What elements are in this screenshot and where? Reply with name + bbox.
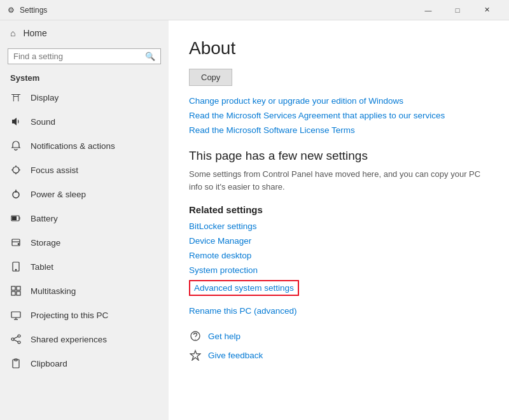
svg-point-19 [18,335,20,337]
svg-point-0 [13,167,19,173]
svg-rect-12 [11,286,15,290]
svg-rect-16 [11,312,20,318]
microsoft-services-link[interactable]: Read the Microsoft Services Agreement th… [189,111,489,120]
sidebar-item-label: Multitasking [31,286,76,296]
svg-marker-28 [190,351,200,360]
sidebar-item-tablet[interactable]: Tablet [0,255,169,279]
sidebar-item-label: Shared experiences [31,335,107,344]
focus-icon [10,164,22,176]
search-input[interactable] [13,52,141,61]
main-layout: ⌂ Home 🔍 System ⛩ Display Sound [0,20,509,420]
content-area: About Copy Change product key or upgrade… [169,20,509,420]
remote-desktop-link[interactable]: Remote desktop [189,251,489,260]
svg-point-20 [11,338,14,340]
device-manager-link[interactable]: Device Manager [189,236,489,246]
sidebar-item-shared[interactable]: Shared experiences [0,327,169,351]
sidebar-item-label: Notifications & actions [31,141,115,151]
system-protection-link[interactable]: System protection [189,265,489,275]
svg-point-27 [195,339,195,339]
sidebar-item-home[interactable]: ⌂ Home [0,20,169,46]
battery-icon [10,213,22,224]
svg-line-22 [14,337,18,339]
svg-rect-15 [17,291,20,295]
settings-icon: ⚙ [8,6,15,15]
storage-icon [10,237,22,248]
software-license-link[interactable]: Read the Microsoft Software License Term… [189,125,489,135]
search-icon: 🔍 [145,52,155,61]
svg-rect-14 [11,291,15,295]
related-settings-heading: Related settings [189,204,489,215]
copy-button[interactable]: Copy [189,69,232,86]
notifications-icon [10,140,22,151]
title-bar-left: ⚙ Settings [8,6,47,15]
minimize-button[interactable]: — [414,0,443,20]
svg-rect-6 [12,216,17,220]
sidebar-item-storage[interactable]: Storage [0,230,169,255]
close-button[interactable]: ✕ [472,0,501,20]
title-bar-controls: — □ ✕ [414,0,501,20]
sidebar-item-label: Tablet [31,262,53,272]
sidebar-item-label: Battery [31,214,58,223]
sidebar-item-label: Projecting to this PC [31,311,108,320]
sidebar-item-power[interactable]: Power & sleep [0,182,169,206]
svg-line-23 [14,340,18,342]
sidebar-item-display[interactable]: ⛩ Display [0,85,169,109]
svg-point-21 [18,341,20,344]
home-label: Home [23,28,46,38]
maximize-button[interactable]: □ [443,0,472,20]
display-icon: ⛩ [10,92,22,103]
sidebar-item-label: Display [31,93,59,102]
give-feedback-item[interactable]: Give feedback [189,349,489,361]
search-box[interactable]: 🔍 [8,48,161,64]
new-settings-heading: This page has a few new settings [189,149,489,163]
svg-rect-13 [17,286,20,290]
title-bar: ⚙ Settings — □ ✕ [0,0,509,20]
title-bar-label: Settings [20,6,47,15]
rename-pc-link[interactable]: Rename this PC (advanced) [189,306,489,316]
sidebar-section-title: System [0,69,169,85]
help-section: Get help Give feedback [189,330,489,361]
home-icon: ⌂ [10,28,15,38]
change-product-key-link[interactable]: Change product key or upgrade your editi… [189,96,489,106]
give-feedback-icon [189,349,202,361]
svg-point-11 [15,269,17,270]
sidebar-item-notifications[interactable]: Notifications & actions [0,134,169,158]
clipboard-icon [10,358,22,369]
sidebar-item-battery[interactable]: Battery [0,206,169,230]
sidebar-item-sound[interactable]: Sound [0,109,169,134]
tablet-icon [10,261,22,272]
sidebar-item-label: Focus assist [31,165,78,175]
svg-point-9 [18,244,19,245]
sidebar-item-projecting[interactable]: Projecting to this PC [0,303,169,327]
projecting-icon [10,309,22,321]
sidebar-item-label: Power & sleep [31,190,86,199]
sidebar-item-label: Storage [31,238,60,248]
get-help-label: Get help [208,332,241,341]
get-help-item[interactable]: Get help [189,330,489,342]
sidebar-item-label: Clipboard [31,359,67,368]
advanced-system-settings-link[interactable]: Advanced system settings [189,280,299,296]
sidebar-item-clipboard[interactable]: Clipboard [0,351,169,375]
sidebar: ⌂ Home 🔍 System ⛩ Display Sound [0,20,169,420]
sidebar-item-label: Sound [31,117,55,127]
power-icon [10,188,22,200]
shared-icon [10,333,22,345]
bitlocker-link[interactable]: BitLocker settings [189,221,489,231]
sidebar-item-multitasking[interactable]: Multitasking [0,279,169,303]
sound-icon [10,116,22,127]
give-feedback-label: Give feedback [208,351,263,360]
sidebar-item-focus[interactable]: Focus assist [0,158,169,182]
new-settings-desc: Some settings from Control Panel have mo… [189,168,489,193]
page-title: About [189,38,489,59]
multitasking-icon [10,285,22,297]
get-help-icon [189,330,202,342]
